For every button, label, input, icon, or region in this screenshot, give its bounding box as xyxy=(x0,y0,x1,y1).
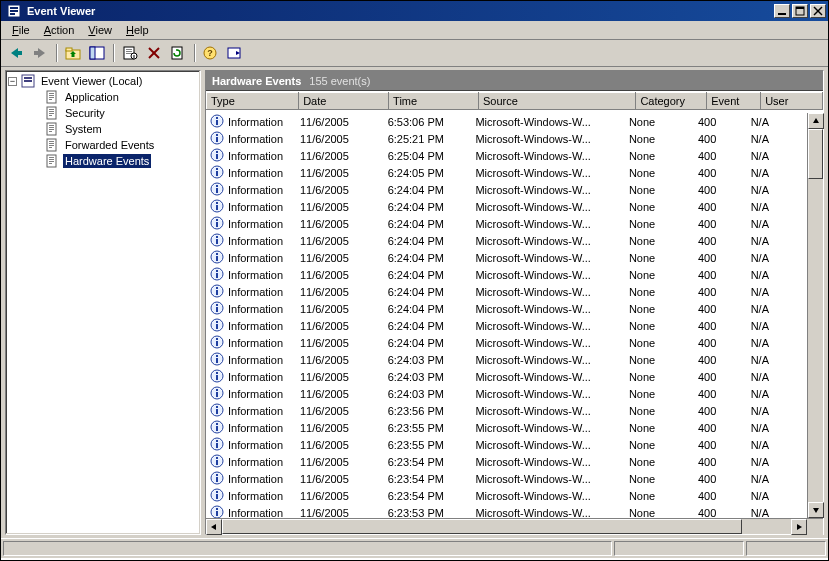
tree-item-label: Security xyxy=(63,106,107,120)
table-row[interactable]: Information11/6/20056:24:04 PMMicrosoft-… xyxy=(206,266,807,283)
info-icon xyxy=(210,148,224,164)
col-header-event[interactable]: Event xyxy=(707,93,761,110)
scroll-thumb[interactable] xyxy=(808,129,823,179)
app-icon xyxy=(6,3,22,19)
cell-source: Microsoft-Windows-W... xyxy=(471,283,625,300)
maximize-button[interactable] xyxy=(792,4,808,18)
svg-rect-65 xyxy=(216,151,218,153)
minimize-button[interactable] xyxy=(774,4,790,18)
cell-category: None xyxy=(625,453,694,470)
cell-event: 400 xyxy=(694,266,747,283)
properties-button[interactable] xyxy=(119,42,141,64)
cell-date: 11/6/2005 xyxy=(296,385,384,402)
table-row[interactable]: Information11/6/20056:53:06 PMMicrosoft-… xyxy=(206,113,807,130)
help-button[interactable]: ? xyxy=(200,42,222,64)
cell-type: Information xyxy=(228,320,283,332)
svg-rect-101 xyxy=(216,304,218,306)
table-row[interactable]: Information11/6/20056:23:56 PMMicrosoft-… xyxy=(206,402,807,419)
table-row[interactable]: Information11/6/20056:24:04 PMMicrosoft-… xyxy=(206,249,807,266)
table-row[interactable]: Information11/6/20056:24:04 PMMicrosoft-… xyxy=(206,181,807,198)
cell-category: None xyxy=(625,385,694,402)
tree-item-label: Forwarded Events xyxy=(63,138,156,152)
window-title: Event Viewer xyxy=(25,5,774,17)
table-row[interactable]: Information11/6/20056:23:54 PMMicrosoft-… xyxy=(206,470,807,487)
info-icon xyxy=(210,301,224,317)
up-level-button[interactable] xyxy=(62,42,84,64)
cell-category: None xyxy=(625,181,694,198)
tree-item-forwarded-events[interactable]: Forwarded Events xyxy=(8,137,198,153)
table-row[interactable]: Information11/6/20056:24:04 PMMicrosoft-… xyxy=(206,283,807,300)
info-icon xyxy=(210,386,224,402)
tree-item-label: Hardware Events xyxy=(63,154,151,168)
cell-source: Microsoft-Windows-W... xyxy=(471,113,625,130)
close-button[interactable] xyxy=(810,4,826,18)
svg-rect-70 xyxy=(216,171,218,176)
cell-source: Microsoft-Windows-W... xyxy=(471,181,625,198)
table-row[interactable]: Information11/6/20056:24:04 PMMicrosoft-… xyxy=(206,198,807,215)
svg-rect-117 xyxy=(216,372,218,374)
tree-item-system[interactable]: System xyxy=(8,121,198,137)
scroll-down-icon[interactable] xyxy=(808,502,824,518)
back-button[interactable] xyxy=(5,42,27,64)
vertical-scrollbar[interactable] xyxy=(807,113,823,518)
cell-user: N/A xyxy=(747,419,807,436)
tree-item-application[interactable]: Application xyxy=(8,89,198,105)
svg-rect-48 xyxy=(49,145,54,146)
table-row[interactable]: Information11/6/20056:23:54 PMMicrosoft-… xyxy=(206,453,807,470)
info-icon xyxy=(210,454,224,470)
table-row[interactable]: Information11/6/20056:25:04 PMMicrosoft-… xyxy=(206,147,807,164)
scroll-right-icon[interactable] xyxy=(791,519,807,535)
cell-source: Microsoft-Windows-W... xyxy=(471,164,625,181)
svg-rect-110 xyxy=(216,341,218,346)
refresh-button[interactable] xyxy=(167,42,189,64)
table-row[interactable]: Information11/6/20056:23:55 PMMicrosoft-… xyxy=(206,436,807,453)
menu-view[interactable]: View xyxy=(81,22,119,38)
table-row[interactable]: Information11/6/20056:24:04 PMMicrosoft-… xyxy=(206,334,807,351)
table-row[interactable]: Information11/6/20056:24:04 PMMicrosoft-… xyxy=(206,215,807,232)
table-row[interactable]: Information11/6/20056:24:03 PMMicrosoft-… xyxy=(206,351,807,368)
delete-button[interactable] xyxy=(143,42,165,64)
title-bar: Event Viewer xyxy=(1,1,828,21)
col-header-time[interactable]: Time xyxy=(389,93,479,110)
menu-help[interactable]: Help xyxy=(119,22,156,38)
horizontal-scrollbar[interactable] xyxy=(206,518,823,534)
table-row[interactable]: Information11/6/20056:24:03 PMMicrosoft-… xyxy=(206,368,807,385)
cell-date: 11/6/2005 xyxy=(296,181,384,198)
log-icon xyxy=(44,137,60,153)
tree-item-security[interactable]: Security xyxy=(8,105,198,121)
col-header-user[interactable]: User xyxy=(761,93,823,110)
hscroll-thumb[interactable] xyxy=(222,519,742,534)
cell-time: 6:24:05 PM xyxy=(384,164,472,181)
collapse-icon[interactable]: − xyxy=(8,77,17,86)
table-row[interactable]: Information11/6/20056:24:04 PMMicrosoft-… xyxy=(206,317,807,334)
col-header-type[interactable]: Type xyxy=(207,93,299,110)
tree-pane[interactable]: − Event Viewer (Local) ApplicationSecuri… xyxy=(5,70,201,535)
col-header-category[interactable]: Category xyxy=(636,93,707,110)
cell-user: N/A xyxy=(747,147,807,164)
menu-file[interactable]: File xyxy=(5,22,37,38)
log-icon xyxy=(44,121,60,137)
table-row[interactable]: Information11/6/20056:24:05 PMMicrosoft-… xyxy=(206,164,807,181)
col-header-date[interactable]: Date xyxy=(299,93,389,110)
svg-rect-62 xyxy=(216,137,218,142)
cell-user: N/A xyxy=(747,300,807,317)
table-row[interactable]: Information11/6/20056:23:54 PMMicrosoft-… xyxy=(206,487,807,504)
table-row[interactable]: Information11/6/20056:24:04 PMMicrosoft-… xyxy=(206,300,807,317)
table-row[interactable]: Information11/6/20056:25:21 PMMicrosoft-… xyxy=(206,130,807,147)
export-button[interactable] xyxy=(224,42,246,64)
col-header-source[interactable]: Source xyxy=(479,93,636,110)
show-hide-tree-button[interactable] xyxy=(86,42,108,64)
scroll-up-icon[interactable] xyxy=(808,113,824,129)
table-row[interactable]: Information11/6/20056:23:55 PMMicrosoft-… xyxy=(206,419,807,436)
cell-event: 400 xyxy=(694,487,747,504)
table-row[interactable]: Information11/6/20056:24:03 PMMicrosoft-… xyxy=(206,385,807,402)
log-icon xyxy=(44,105,60,121)
table-row[interactable]: Information11/6/20056:23:53 PMMicrosoft-… xyxy=(206,504,807,518)
menu-action[interactable]: Action xyxy=(37,22,82,38)
table-row[interactable]: Information11/6/20056:24:04 PMMicrosoft-… xyxy=(206,232,807,249)
tree-root[interactable]: − Event Viewer (Local) xyxy=(8,73,198,89)
cell-time: 6:23:54 PM xyxy=(384,470,472,487)
scroll-left-icon[interactable] xyxy=(206,519,222,535)
tree-item-hardware-events[interactable]: Hardware Events xyxy=(8,153,198,169)
forward-button[interactable] xyxy=(29,42,51,64)
